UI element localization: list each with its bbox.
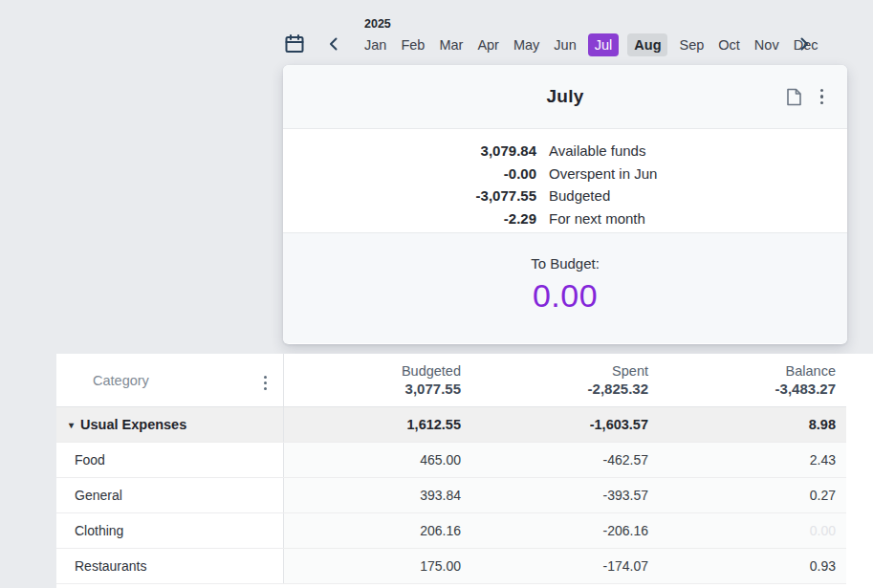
next-month-label: For next month <box>549 210 645 227</box>
budgeted-value: -3,077.55 <box>283 187 536 204</box>
chevron-right-icon <box>798 37 810 51</box>
overspent-value: -0.00 <box>283 165 536 182</box>
budgeted-label: Budgeted <box>549 187 610 204</box>
month-title: July <box>547 86 584 107</box>
next-month-value: -2.29 <box>283 210 536 227</box>
next-month-button[interactable] <box>796 35 813 53</box>
month-nov[interactable]: Nov <box>752 33 782 56</box>
summary-row: 3,079.84 Available funds <box>283 140 847 163</box>
month-jan[interactable]: Jan <box>361 33 389 56</box>
group-name: Usual Expenses <box>80 417 186 432</box>
balance-cell[interactable]: 2.43 <box>659 443 846 477</box>
prev-month-button[interactable] <box>325 35 342 53</box>
category-name: Clothing <box>75 523 123 538</box>
kebab-icon <box>264 376 267 379</box>
card-header: July <box>283 65 847 129</box>
spent-column-total: -2,825.32 <box>471 380 648 398</box>
document-icon <box>786 88 802 106</box>
year-label: 2025 <box>364 17 391 31</box>
month-apr[interactable]: Apr <box>474 33 502 56</box>
collapse-triangle-icon[interactable]: ▾ <box>69 420 74 430</box>
month-oct[interactable]: Oct <box>715 33 743 56</box>
spent-cell[interactable]: -393.57 <box>471 478 659 512</box>
summary-row: -2.29 For next month <box>283 207 847 230</box>
balance-cell[interactable]: 0.00 <box>659 513 846 548</box>
notes-button[interactable] <box>786 88 802 106</box>
category-row-clothing[interactable]: Clothing 206.16 -206.16 0.00 <box>56 513 846 549</box>
category-row-restaurants[interactable]: Restaurants 175.00 -174.07 0.93 <box>56 549 846 584</box>
budgeted-column-total: 3,077.55 <box>284 380 461 398</box>
budgeted-column-label: Budgeted <box>284 363 461 380</box>
category-row-general[interactable]: General 393.84 -393.57 0.27 <box>56 478 846 513</box>
balance-column-total: -3,483.27 <box>659 380 836 398</box>
balance-column-label: Balance <box>659 363 836 380</box>
category-name: General <box>75 488 122 503</box>
spent-column-label: Spent <box>471 363 648 380</box>
calendar-icon[interactable] <box>283 33 306 55</box>
group-spent-cell: -1,603.57 <box>471 407 659 442</box>
spent-cell[interactable]: -462.57 <box>471 443 659 477</box>
month-jun[interactable]: Jun <box>551 33 578 56</box>
budgeted-cell[interactable]: 175.00 <box>284 549 471 583</box>
month-mar[interactable]: Mar <box>436 33 466 56</box>
to-budget-value[interactable]: 0.00 <box>283 277 847 315</box>
category-menu-button[interactable] <box>261 373 270 393</box>
chevron-left-icon <box>328 37 339 51</box>
spent-cell[interactable]: -174.07 <box>471 549 659 583</box>
budgeted-cell[interactable]: 465.00 <box>284 443 471 477</box>
category-name: Food <box>75 452 105 468</box>
category-header-label: Category <box>93 373 149 388</box>
month-summary-card: July 3,079.84 Available funds -0.00 Over… <box>283 65 847 344</box>
table-header: Category Budgeted 3,077.55 Spent -2,825.… <box>56 354 846 407</box>
kebab-icon <box>820 89 824 93</box>
category-name: Restaurants <box>75 558 146 574</box>
month-may[interactable]: May <box>511 33 542 56</box>
spent-cell[interactable]: -206.16 <box>471 513 659 548</box>
month-sep[interactable]: Sep <box>676 33 707 56</box>
balance-cell[interactable]: 0.27 <box>659 478 846 512</box>
month-aug[interactable]: Aug <box>627 33 667 56</box>
month-selector: Jan Feb Mar Apr May Jun Jul Aug Sep Oct … <box>361 33 820 56</box>
available-funds-value: 3,079.84 <box>283 142 536 159</box>
month-menu-button[interactable] <box>818 86 827 108</box>
group-budgeted-cell: 1,612.55 <box>284 407 471 442</box>
funds-summary: 3,079.84 Available funds -0.00 Overspent… <box>283 129 847 232</box>
budgeted-cell[interactable]: 206.16 <box>284 513 471 548</box>
available-funds-label: Available funds <box>549 142 645 159</box>
to-budget-section: To Budget: 0.00 <box>283 232 847 343</box>
overspent-label: Overspent in Jun <box>549 165 657 182</box>
summary-row: -0.00 Overspent in Jun <box>283 163 847 185</box>
spent-column-header[interactable]: Spent -2,825.32 <box>471 354 659 406</box>
category-row-food[interactable]: Food 465.00 -462.57 2.43 <box>56 443 846 478</box>
budgeted-column-header[interactable]: Budgeted 3,077.55 <box>284 354 471 406</box>
group-row-usual-expenses[interactable]: ▾ Usual Expenses 1,612.55 -1,603.57 8.98 <box>56 407 846 443</box>
to-budget-label: To Budget: <box>283 255 847 272</box>
budgeted-cell[interactable]: 393.84 <box>284 478 471 512</box>
summary-row: -3,077.55 Budgeted <box>283 185 847 207</box>
balance-column-header[interactable]: Balance -3,483.27 <box>659 354 846 406</box>
month-feb[interactable]: Feb <box>398 33 427 56</box>
budget-table: Category Budgeted 3,077.55 Spent -2,825.… <box>56 354 846 584</box>
group-balance-cell: 8.98 <box>659 407 846 442</box>
month-jul-selected[interactable]: Jul <box>588 33 620 56</box>
balance-cell[interactable]: 0.93 <box>659 549 846 583</box>
